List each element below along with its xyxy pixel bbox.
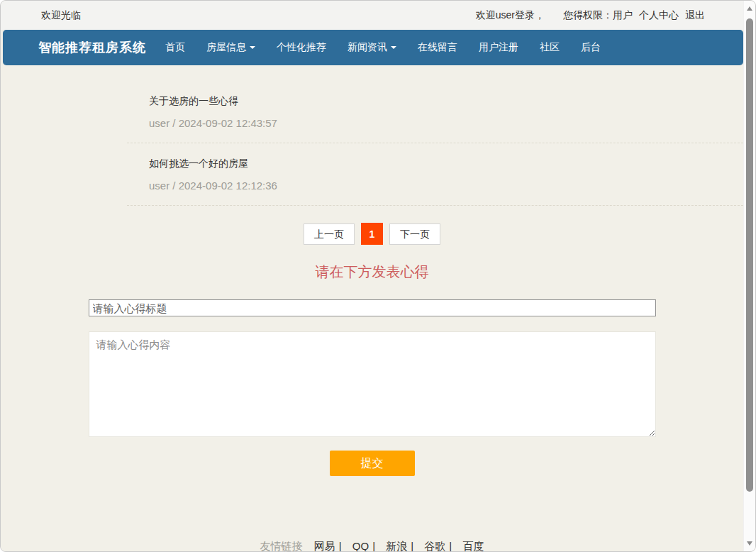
nav-item-label: 房屋信息 <box>206 41 246 54</box>
submit-row: 提交 <box>1 451 743 476</box>
welcome-bar: 欢迎光临 欢迎user登录， 您得权限：用户 个人中心 退出 <box>1 1 743 30</box>
chevron-down-icon <box>250 46 255 49</box>
browser-window: 欢迎光临 欢迎user登录， 您得权限：用户 个人中心 退出 智能推荐租房系统 … <box>0 0 756 552</box>
post-list: 关于选房的一些心得 user / 2024-09-02 12:43:57 如何挑… <box>127 81 743 206</box>
navbar: 智能推荐租房系统 首页 房屋信息 个性化推荐 新闻资讯 在线留言 <box>3 30 743 65</box>
footer-link-google[interactable]: 谷歌 <box>424 540 445 551</box>
scrollbar-thumb[interactable] <box>746 18 753 492</box>
prev-page-button[interactable]: 上一页 <box>304 223 355 245</box>
nav-item-home[interactable]: 首页 <box>155 30 196 65</box>
nav-item-label: 首页 <box>165 41 185 54</box>
post-title[interactable]: 关于选房的一些心得 <box>149 95 743 108</box>
footer-links: 友情链接 网易| QQ| 新浪| 谷歌| 百度 <box>1 540 743 551</box>
nav-item-register[interactable]: 用户注册 <box>468 30 529 65</box>
submit-button[interactable]: 提交 <box>330 451 415 476</box>
nav-item-personal-recommend[interactable]: 个性化推荐 <box>266 30 337 65</box>
post-title-input[interactable] <box>89 299 656 316</box>
nav-item-admin[interactable]: 后台 <box>570 30 611 65</box>
footer-link-qq[interactable]: QQ <box>352 540 369 551</box>
friend-links-label: 友情链接 <box>260 540 303 551</box>
post-meta: user / 2024-09-02 12:12:36 <box>149 180 743 192</box>
list-item: 如何挑选一个好的房屋 user / 2024-09-02 12:12:36 <box>127 143 743 206</box>
scrollbar[interactable] <box>743 1 755 551</box>
nav-item-label: 新闻资讯 <box>348 41 387 54</box>
nav-item-label: 社区 <box>540 41 560 54</box>
link-separator: | <box>411 540 413 551</box>
footer-link-netease[interactable]: 网易 <box>314 540 335 551</box>
footer-link-sina[interactable]: 新浪 <box>386 540 407 551</box>
chevron-down-icon <box>391 46 396 49</box>
permission-text: 您得权限：用户 <box>563 9 633 22</box>
page: 欢迎光临 欢迎user登录， 您得权限：用户 个人中心 退出 智能推荐租房系统 … <box>1 1 743 551</box>
nav-item-news[interactable]: 新闻资讯 <box>337 30 407 65</box>
nav-links: 首页 房屋信息 个性化推荐 新闻资讯 在线留言 用户注册 <box>155 30 611 65</box>
list-item: 关于选房的一些心得 user / 2024-09-02 12:43:57 <box>127 81 743 143</box>
nav-item-community[interactable]: 社区 <box>529 30 570 65</box>
nav-item-label: 后台 <box>581 41 601 54</box>
nav-item-label: 在线留言 <box>418 41 457 54</box>
scroll-down-icon[interactable] <box>747 541 752 546</box>
post-title[interactable]: 如何挑选一个好的房屋 <box>149 158 743 170</box>
post-content-textarea[interactable] <box>89 331 656 437</box>
brand-title[interactable]: 智能推荐租房系统 <box>3 39 155 56</box>
current-page-button[interactable]: 1 <box>361 223 383 245</box>
profile-link[interactable]: 个人中心 <box>639 9 679 22</box>
link-separator: | <box>449 540 452 551</box>
main-content: 关于选房的一些心得 user / 2024-09-02 12:43:57 如何挑… <box>1 65 743 551</box>
footer-link-baidu[interactable]: 百度 <box>462 540 484 551</box>
next-page-button[interactable]: 下一页 <box>389 223 440 245</box>
logout-link[interactable]: 退出 <box>685 9 705 22</box>
nav-item-message-board[interactable]: 在线留言 <box>407 30 468 65</box>
nav-item-housing-info[interactable]: 房屋信息 <box>196 30 266 65</box>
link-separator: | <box>339 540 342 551</box>
pagination: 上一页 1 下一页 <box>1 223 743 245</box>
welcome-text: 欢迎光临 <box>41 9 81 22</box>
post-meta: user / 2024-09-02 12:43:57 <box>149 117 743 129</box>
post-form <box>89 299 656 437</box>
link-separator: | <box>372 540 375 551</box>
nav-item-label: 个性化推荐 <box>277 41 326 54</box>
form-heading: 请在下方发表心得 <box>1 263 743 282</box>
login-status-text: 欢迎user登录， <box>476 9 545 22</box>
scroll-up-icon[interactable] <box>747 6 752 11</box>
nav-item-label: 用户注册 <box>479 41 518 54</box>
